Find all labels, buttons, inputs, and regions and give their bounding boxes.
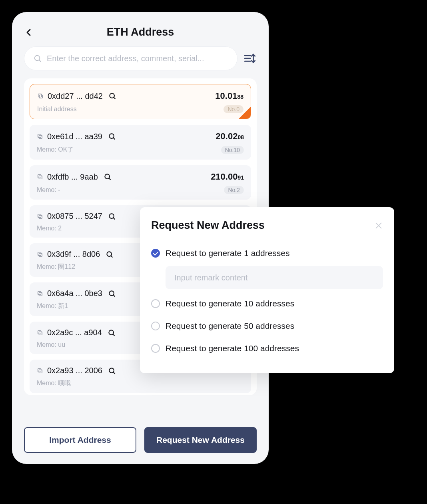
- generate-option[interactable]: Request to generate 50 addresses: [151, 315, 383, 337]
- svg-point-0: [35, 56, 40, 61]
- chevron-left-icon: [24, 28, 34, 37]
- option-label: Request to generate 1 addresses: [166, 248, 290, 258]
- copy-button[interactable]: [37, 330, 43, 336]
- copy-button[interactable]: [37, 133, 43, 140]
- memo-text: Memo: 新1: [37, 302, 68, 310]
- svg-point-23: [107, 252, 112, 256]
- radio-icon: [151, 322, 160, 330]
- magnify-icon: [108, 367, 116, 375]
- svg-point-31: [109, 330, 114, 335]
- svg-line-16: [109, 178, 110, 180]
- address-text: 0x0875 ... 5247: [47, 212, 102, 221]
- modal-close-button[interactable]: [374, 221, 383, 230]
- modal-options: Request to generate 1 addressesRequest t…: [151, 242, 383, 360]
- copy-button[interactable]: [37, 174, 43, 180]
- inspect-button[interactable]: [104, 173, 112, 181]
- modal-title: Request New Address: [151, 219, 265, 232]
- balance-amount: 210.0091: [211, 172, 244, 182]
- address-text: 0x3d9f ... 8d06: [47, 250, 100, 259]
- option-label: Request to generate 100 addresses: [166, 344, 299, 353]
- svg-rect-22: [38, 252, 41, 255]
- svg-point-19: [109, 214, 114, 218]
- copy-button[interactable]: [37, 213, 43, 220]
- search-icon: [33, 54, 42, 63]
- svg-rect-26: [38, 291, 41, 294]
- copy-icon: [37, 174, 43, 180]
- index-badge: No.10: [221, 146, 244, 154]
- close-icon: [374, 221, 383, 230]
- bottom-actions: Import Address Request New Address: [24, 427, 257, 453]
- inspect-button[interactable]: [106, 250, 114, 258]
- svg-line-32: [113, 334, 114, 336]
- address-text: 0x2a9c ... a904: [47, 328, 102, 337]
- svg-rect-17: [39, 215, 42, 218]
- back-button[interactable]: [24, 28, 34, 37]
- address-card[interactable]: 0xdd27 ... dd4210.0188Initial addressNo.…: [30, 84, 251, 119]
- svg-line-36: [113, 372, 115, 374]
- magnify-icon: [108, 132, 116, 140]
- generate-option[interactable]: Request to generate 10 addresses: [151, 292, 383, 315]
- sort-button[interactable]: [243, 52, 257, 65]
- svg-point-27: [109, 291, 114, 296]
- address-card[interactable]: 0xfdfb ... 9aab210.0091Memo: -No.2: [30, 165, 251, 200]
- svg-line-8: [114, 97, 115, 99]
- svg-point-7: [110, 93, 114, 98]
- svg-rect-30: [38, 330, 41, 334]
- inspect-button[interactable]: [108, 329, 116, 337]
- svg-line-1: [39, 60, 41, 62]
- copy-icon: [37, 290, 43, 297]
- svg-rect-33: [39, 370, 42, 373]
- magnify-icon: [108, 92, 116, 100]
- svg-rect-25: [39, 292, 42, 296]
- inspect-button[interactable]: [108, 290, 116, 298]
- svg-rect-34: [38, 368, 41, 372]
- request-new-address-button[interactable]: Request New Address: [144, 427, 257, 453]
- memo-text: Memo: uu: [37, 341, 65, 348]
- generate-option[interactable]: Request to generate 100 addresses: [151, 337, 383, 360]
- svg-point-11: [109, 134, 114, 138]
- search-row: [12, 46, 269, 70]
- svg-rect-13: [39, 176, 42, 179]
- copy-button[interactable]: [37, 93, 44, 99]
- memo-text: Memo: OK了: [37, 146, 74, 154]
- option-label: Request to generate 50 addresses: [166, 321, 294, 331]
- address-text: 0x6a4a ... 0be3: [47, 289, 102, 298]
- inspect-button[interactable]: [108, 367, 116, 375]
- svg-rect-9: [39, 135, 42, 138]
- inspect-button[interactable]: [108, 92, 116, 100]
- copy-icon: [37, 251, 43, 258]
- copy-button[interactable]: [37, 251, 43, 258]
- memo-text: Memo: 圈112: [37, 263, 75, 271]
- magnify-icon: [106, 250, 114, 258]
- header: ETH Address: [12, 12, 269, 46]
- address-text: 0xfdfb ... 9aab: [47, 172, 98, 182]
- modal-header: Request New Address: [151, 219, 383, 232]
- selected-corner-icon: [239, 107, 251, 119]
- address-text: 0xdd27 ... dd42: [48, 92, 103, 101]
- magnify-icon: [104, 173, 112, 181]
- copy-icon: [37, 213, 43, 220]
- memo-text: Memo: 2: [37, 225, 62, 232]
- generate-option[interactable]: Request to generate 1 addresses: [151, 242, 383, 264]
- svg-rect-18: [38, 214, 41, 217]
- magnify-icon: [108, 329, 116, 337]
- search-box[interactable]: [24, 46, 237, 70]
- import-address-button[interactable]: Import Address: [24, 427, 136, 453]
- svg-line-20: [113, 218, 115, 219]
- address-text: 0xe61d ... aa39: [47, 132, 102, 141]
- balance-amount: 10.0188: [215, 91, 243, 101]
- address-card[interactable]: 0xe61d ... aa3920.0208Memo: OK了No.10: [30, 125, 251, 160]
- search-input[interactable]: [47, 54, 228, 63]
- remark-input[interactable]: [174, 273, 374, 282]
- radio-icon: [151, 344, 160, 353]
- memo-text: Initial address: [37, 106, 77, 113]
- svg-rect-6: [38, 94, 42, 97]
- svg-rect-14: [38, 175, 41, 178]
- inspect-button[interactable]: [108, 212, 116, 220]
- page-title: ETH Address: [34, 26, 247, 38]
- remark-field[interactable]: [166, 266, 383, 289]
- copy-button[interactable]: [37, 368, 43, 374]
- inspect-button[interactable]: [108, 132, 116, 140]
- copy-button[interactable]: [37, 290, 43, 297]
- svg-line-28: [113, 295, 115, 296]
